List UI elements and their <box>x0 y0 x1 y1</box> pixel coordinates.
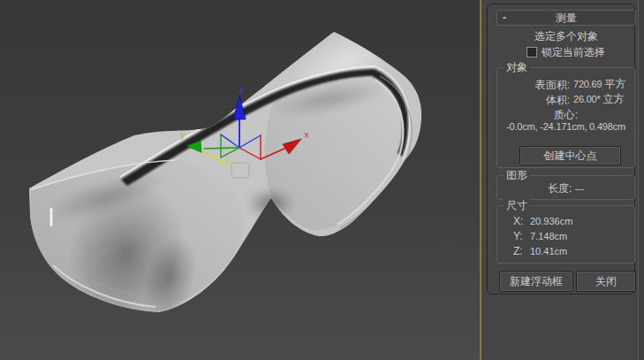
dimension-x-value: 20.936cm <box>530 215 572 227</box>
volume-row: 体积: 26.00* 立方 <box>497 93 634 105</box>
surface-area-value: 720.69 <box>573 79 602 89</box>
z-axis-label: z <box>239 84 245 95</box>
shapes-group: 图形 长度: --- <box>496 175 635 200</box>
lock-selection-row: 锁定当前选择 <box>488 45 644 57</box>
dimension-y-value: 7.148cm <box>530 230 567 242</box>
dimension-z-row: Z: 10.41cm <box>497 245 634 257</box>
dimension-y-row: Y: 7.148cm <box>497 230 634 242</box>
dimensions-group-title: 尺寸 <box>504 199 530 211</box>
lock-selection-label: 锁定当前选择 <box>542 45 605 60</box>
app-window: x y z - 测量 选定多个对象 锁定当前选择 对象 表面积: <box>0 0 644 360</box>
volume-value: 26.00* <box>573 94 601 104</box>
lock-selection-checkbox[interactable] <box>527 47 537 57</box>
specular-highlight <box>50 208 53 226</box>
measure-panel: - 测量 选定多个对象 锁定当前选择 对象 表面积: 720.69 平方 体积:… <box>481 0 644 360</box>
viewport-3d[interactable]: x y z <box>0 0 480 360</box>
length-row: 长度: --- <box>497 181 634 196</box>
dimension-z-label: Z: <box>513 245 523 257</box>
volume-label: 体积: <box>497 93 570 108</box>
dimension-y-label: Y: <box>513 230 523 242</box>
surface-area-label: 表面积: <box>497 78 570 93</box>
dimensions-group: 尺寸 X: 20.936cm Y: 7.148cm Z: 10.41cm <box>496 205 635 264</box>
rollout-title: 测量 <box>556 11 577 26</box>
y-axis-line[interactable] <box>204 148 239 149</box>
close-button[interactable]: 关闭 <box>576 271 636 292</box>
dimension-z-value: 10.41cm <box>530 245 567 257</box>
selection-status: 选定多个对象 <box>493 29 640 44</box>
object-group: 对象 表面积: 720.69 平方 体积: 26.00* 立方 质心: -0.0… <box>496 67 635 168</box>
centroid-value: -0.0cm, -24.171cm, 0.498cm <box>497 121 634 134</box>
dimension-x-label: X: <box>513 215 523 227</box>
centroid-label: 质心: <box>497 108 634 120</box>
x-axis-label: x <box>304 129 309 140</box>
volume-unit: 立方 <box>603 93 625 105</box>
y-axis-label: y <box>180 129 186 140</box>
create-center-point-button[interactable]: 创建中心点 <box>519 146 621 165</box>
surface-area-unit: 平方 <box>605 78 626 90</box>
surface-area-row: 表面积: 720.69 平方 <box>497 78 634 90</box>
length-value: --- <box>575 183 584 194</box>
shapes-group-title: 图形 <box>504 169 530 181</box>
dimension-x-row: X: 20.936cm <box>497 215 634 227</box>
new-floater-button[interactable]: 新建浮动框 <box>499 271 573 292</box>
object-group-title: 对象 <box>504 61 530 73</box>
measure-rollout: - 测量 选定多个对象 锁定当前选择 对象 表面积: 720.69 平方 体积:… <box>487 4 635 295</box>
collapse-icon[interactable]: - <box>503 11 506 25</box>
length-label: 长度: <box>548 182 572 195</box>
rollout-header[interactable]: - 测量 <box>496 10 636 26</box>
